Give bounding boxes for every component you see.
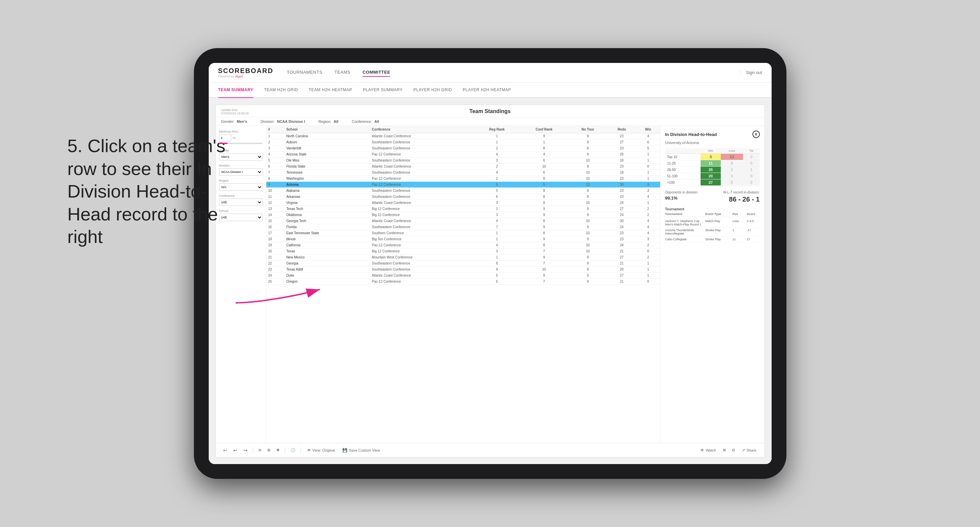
h2h-table-row: 51-100 20 3 0 (665, 173, 760, 179)
tablet-frame: SCOREBOARD Powered by clippd TOURNAMENTS… (194, 48, 786, 479)
undo-button[interactable]: ↩ (221, 446, 229, 454)
table-row[interactable]: 12 Virginia Atlantic Coast Conference 3 … (266, 200, 660, 206)
sign-out-button[interactable]: Sign out (740, 70, 762, 75)
panel-body: Minimum Rou... 20 (216, 126, 765, 443)
grid-button[interactable]: ⊟ (730, 446, 737, 454)
tablet-screen: SCOREBOARD Powered by clippd TOURNAMENTS… (209, 63, 772, 464)
h2h-stats-values: 99.1% 86 - 26 - 1 (665, 195, 760, 203)
table-row[interactable]: 10 Alabama Southeastern Conference 5 8 9… (266, 188, 660, 194)
tournament-list: Jackson T. Stephens Cup Men's Match-Play… (665, 218, 760, 242)
table-row[interactable]: 9 Arizona Pac-12 Conference 5 5 10 30 3 (266, 182, 660, 188)
table-row[interactable]: 13 Texas Tech Big 12 Conference 1 9 9 27… (266, 206, 660, 212)
table-row[interactable]: 23 Texas A&M Southeastern Conference 9 1… (266, 267, 660, 273)
panel-title: Team Standings (262, 108, 719, 114)
filter-region: Region: All (318, 119, 338, 124)
logo-title: SCOREBOARD (218, 67, 274, 75)
main-nav: TOURNAMENTS TEAMS COMMITTEE (287, 68, 740, 77)
sub-nav-player-h2h-grid[interactable]: PLAYER H2H GRID (414, 82, 452, 98)
table-row[interactable]: 5 Ole Miss Southeastern Conference 3 6 1… (266, 157, 660, 163)
h2h-panel: In Division Head-to-Head × University of… (660, 126, 765, 443)
filter-conference: Conference: All (352, 119, 379, 124)
tournament-row: Arizona Thunderbirds Intercollegiate Str… (665, 227, 760, 237)
logo-subtitle: Powered by clippd (218, 75, 274, 78)
table-row[interactable]: 4 Arizona State Pac-12 Conference 4 4 9 … (266, 151, 660, 157)
paste-button[interactable]: ⊞ (265, 446, 272, 454)
app-header: SCOREBOARD Powered by clippd TOURNAMENTS… (209, 63, 772, 83)
h2h-table: Win Loss Tie Top 10 3 13 0 11-25 11 8 0 … (665, 148, 760, 186)
h2h-table-row: Top 10 3 13 0 (665, 154, 760, 160)
add-button[interactable]: ✚ (274, 446, 282, 454)
table-row[interactable]: 2 Auburn Southeastern Conference 1 1 9 2… (266, 139, 660, 145)
h2h-header: In Division Head-to-Head × (665, 130, 760, 138)
table-area: # School Conference Reg Rank Conf Rank N… (266, 126, 660, 443)
main-content: Update time: 27/03/2024 16:56:26 Team St… (209, 98, 772, 464)
panel-header: Update time: 27/03/2024 16:56:26 Team St… (216, 105, 765, 117)
sub-nav-player-h2h-heatmap[interactable]: PLAYER H2H HEATMAP (463, 82, 511, 98)
rounds-slider[interactable] (219, 143, 262, 144)
h2h-title: In Division Head-to-Head (665, 132, 717, 137)
filter-label-rounds: Minimum Rou... (219, 130, 262, 133)
tournament-label: Tournament (665, 207, 760, 211)
table-row[interactable]: 21 New Mexico Mountain West Conference 1… (266, 254, 660, 260)
col-reg-rank: Reg Rank (474, 126, 519, 133)
table-row[interactable]: 14 Oklahoma Big 12 Conference 3 9 9 24 2 (266, 212, 660, 218)
col-conf-rank: Conf Rank (520, 126, 568, 133)
h2h-table-row: >100 27 0 0 (665, 179, 760, 186)
sub-nav-team-h2h-grid[interactable]: TEAM H2H GRID (264, 82, 298, 98)
h2h-stats: Opponents in division: W-L-T record in-d… (665, 190, 760, 194)
clock-button[interactable]: 🕐 (288, 446, 297, 454)
panel-filters: Gender: Men's Division: NCAA Division I … (216, 117, 765, 126)
col-num: # (266, 126, 285, 133)
logo-area: SCOREBOARD Powered by clippd (218, 67, 274, 78)
nav-teams[interactable]: TEAMS (335, 68, 350, 77)
col-no-tour: No Tour (568, 126, 607, 133)
table-row[interactable]: 19 California Pac-12 Conference 4 8 10 2… (266, 242, 660, 248)
save-custom-view-button[interactable]: 💾 Save Custom View (340, 446, 383, 454)
sub-nav-team-summary[interactable]: TEAM SUMMARY (218, 83, 253, 98)
table-row[interactable]: 18 Illinois Big Ten Conference 1 9 9 23 … (266, 236, 660, 242)
table-row[interactable]: 25 Oregon Pac-12 Conference 5 7 9 21 0 (266, 279, 660, 285)
table-row[interactable]: 15 Georgia Tech Atlantic Coast Conferenc… (266, 218, 660, 224)
table-row[interactable]: 22 Georgia Southeastern Conference 8 7 9… (266, 260, 660, 267)
update-time-area: Update time: 27/03/2024 16:56:26 (221, 108, 262, 115)
view-original-button[interactable]: 👁 View: Original (304, 446, 338, 454)
col-conference: Conference (370, 126, 474, 133)
dashboard-panel: Update time: 27/03/2024 16:56:26 Team St… (215, 105, 765, 457)
sub-nav-team-h2h-heatmap[interactable]: TEAM H2H HEATMAP (309, 82, 352, 98)
table-row[interactable]: 24 Duke Atlantic Coast Conference 5 9 9 … (266, 273, 660, 279)
col-rnds: Rnds (607, 126, 636, 133)
h2h-table-row: 11-25 11 8 0 (665, 160, 760, 167)
watch-button[interactable]: 👁 Watch (698, 446, 719, 454)
col-win: Win (636, 126, 660, 133)
sub-nav: TEAM SUMMARY TEAM H2H GRID TEAM H2H HEAT… (209, 83, 772, 98)
table-row[interactable]: 6 Florida State Atlantic Coast Conferenc… (266, 163, 660, 170)
table-row[interactable]: 16 Florida Southeastern Conference 7 9 9… (266, 224, 660, 230)
sub-nav-player-summary[interactable]: PLAYER SUMMARY (363, 82, 402, 98)
h2h-close-button[interactable]: × (752, 130, 760, 138)
redo2-button[interactable]: ↪ (241, 446, 250, 454)
layout-button[interactable]: ⊞ (721, 446, 728, 454)
copy-button[interactable]: ⧉ (256, 446, 263, 454)
table-row[interactable]: 7 Tennessee Southeastern Conference 4 6 … (266, 170, 660, 176)
annotation-text: 5. Click on a team's row to see their In… (67, 135, 229, 248)
table-row[interactable]: 1 North Carolina Atlantic Coast Conferen… (266, 133, 660, 139)
h2h-team-name: University of Arizona (665, 141, 760, 145)
tournament-row: Cabo Collegiate Stroke Play 11 17 (665, 237, 760, 242)
share-button[interactable]: ↗ Share (739, 446, 759, 454)
tournament-header-row: Tournament Event Type Pos Score (665, 212, 760, 217)
table-row[interactable]: 8 Washington Pac-12 Conference 2 8 10 23… (266, 176, 660, 182)
wlt-record: 86 - 26 - 1 (729, 195, 759, 203)
col-school: School (284, 126, 370, 133)
filter-gender: Gender: Men's (221, 119, 247, 124)
table-row[interactable]: 3 Vanderbilt Southeastern Conference 2 8… (266, 145, 660, 151)
opponents-pct: 99.1% (665, 195, 678, 203)
nav-committee[interactable]: COMMITTEE (363, 68, 391, 77)
h2h-table-row: 26-50 25 2 1 (665, 167, 760, 173)
tournament-row: Jackson T. Stephens Cup Men's Match-Play… (665, 218, 760, 227)
nav-tournaments[interactable]: TOURNAMENTS (287, 68, 323, 77)
table-row[interactable]: 17 East Tennessee State Southern Confere… (266, 230, 660, 236)
filter-division: Division: NCAA Division I (261, 119, 305, 124)
table-row[interactable]: 11 Arkansas Southeastern Conference 6 8 … (266, 194, 660, 200)
table-row[interactable]: 20 Texas Big 12 Conference 3 7 10 21 0 (266, 248, 660, 254)
redo-button[interactable]: ↩ (231, 446, 239, 454)
